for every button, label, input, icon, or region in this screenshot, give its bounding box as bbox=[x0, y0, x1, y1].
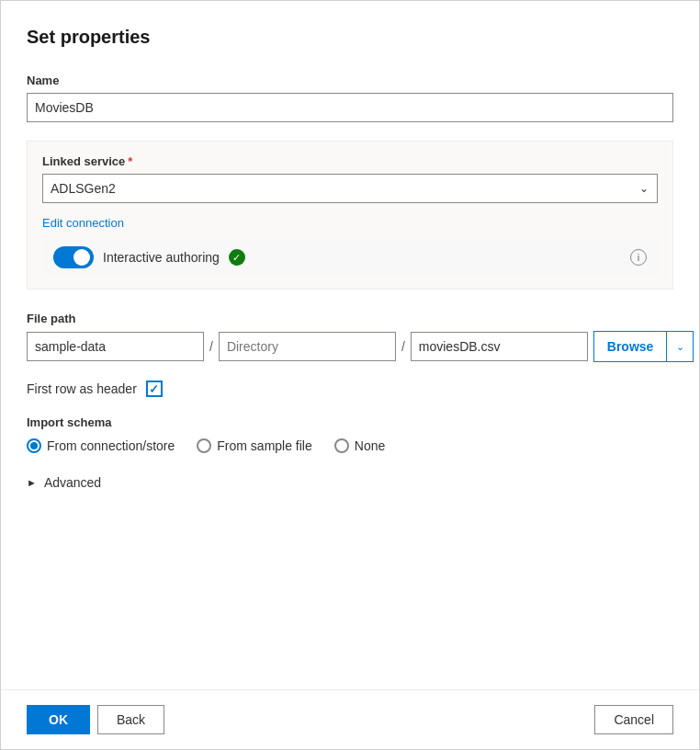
set-properties-panel: Set properties Name Linked service* ADLS… bbox=[0, 0, 700, 750]
linked-service-section: Linked service* ADLSGen2 ⌄ Edit connecti… bbox=[27, 141, 673, 290]
edit-connection-link[interactable]: Edit connection bbox=[42, 216, 124, 230]
radio-none[interactable]: None bbox=[334, 438, 385, 453]
radio-from-connection-indicator bbox=[27, 438, 41, 453]
import-schema-section: Import schema From connection/store From… bbox=[27, 415, 673, 453]
radio-from-sample[interactable]: From sample file bbox=[197, 438, 311, 453]
linked-service-select[interactable]: ADLSGen2 bbox=[42, 174, 658, 203]
path-separator-2: / bbox=[401, 339, 405, 354]
name-field-group: Name bbox=[27, 74, 673, 122]
file-path-row: / / Browse ⌄ bbox=[27, 331, 673, 362]
interactive-authoring-toggle[interactable] bbox=[53, 246, 94, 268]
linked-service-field-group: Linked service* ADLSGen2 ⌄ bbox=[42, 154, 658, 203]
radio-from-connection-label: From connection/store bbox=[47, 438, 175, 453]
file-path-section: File path / / Browse ⌄ bbox=[27, 312, 673, 362]
first-row-header-label: First row as header bbox=[27, 381, 137, 396]
back-button[interactable]: Back bbox=[97, 705, 164, 734]
interactive-authoring-label: Interactive authoring bbox=[103, 250, 220, 265]
ok-button[interactable]: OK bbox=[27, 705, 90, 734]
panel-footer: OK Back Cancel bbox=[1, 689, 699, 749]
linked-service-select-wrapper: ADLSGen2 ⌄ bbox=[42, 174, 658, 203]
path-separator-1: / bbox=[209, 339, 213, 354]
file-path-label: File path bbox=[27, 312, 673, 325]
panel-title: Set properties bbox=[27, 27, 673, 48]
first-row-header-row: First row as header ✓ bbox=[27, 381, 673, 397]
radio-from-connection[interactable]: From connection/store bbox=[27, 438, 175, 453]
file-path-segment3[interactable] bbox=[411, 332, 588, 361]
browse-button[interactable]: Browse bbox=[594, 332, 668, 361]
linked-service-label: Linked service* bbox=[42, 154, 658, 168]
file-path-segment2[interactable] bbox=[219, 332, 396, 361]
advanced-section[interactable]: ► Advanced bbox=[27, 475, 673, 490]
status-check-icon: ✓ bbox=[229, 249, 245, 266]
first-row-header-checkbox[interactable]: ✓ bbox=[146, 381, 163, 397]
cancel-button[interactable]: Cancel bbox=[594, 705, 673, 734]
chevron-right-icon: ► bbox=[27, 477, 37, 488]
checkmark-icon: ✓ bbox=[149, 382, 159, 396]
browse-btn-group: Browse ⌄ bbox=[593, 331, 694, 362]
import-schema-label: Import schema bbox=[27, 415, 673, 429]
advanced-label: Advanced bbox=[44, 475, 101, 490]
browse-dropdown-button[interactable]: ⌄ bbox=[667, 332, 693, 361]
radio-from-sample-label: From sample file bbox=[217, 438, 311, 453]
info-icon[interactable]: i bbox=[630, 249, 647, 266]
chevron-down-icon: ⌄ bbox=[676, 341, 684, 353]
radio-none-label: None bbox=[355, 438, 385, 453]
import-schema-radio-group: From connection/store From sample file N… bbox=[27, 438, 673, 453]
file-path-segment1[interactable] bbox=[27, 332, 204, 361]
name-input[interactable] bbox=[27, 93, 673, 122]
radio-from-sample-indicator bbox=[197, 438, 211, 453]
radio-none-indicator bbox=[334, 438, 349, 453]
interactive-authoring-row: Interactive authoring ✓ i bbox=[42, 239, 658, 276]
name-label: Name bbox=[27, 74, 673, 87]
